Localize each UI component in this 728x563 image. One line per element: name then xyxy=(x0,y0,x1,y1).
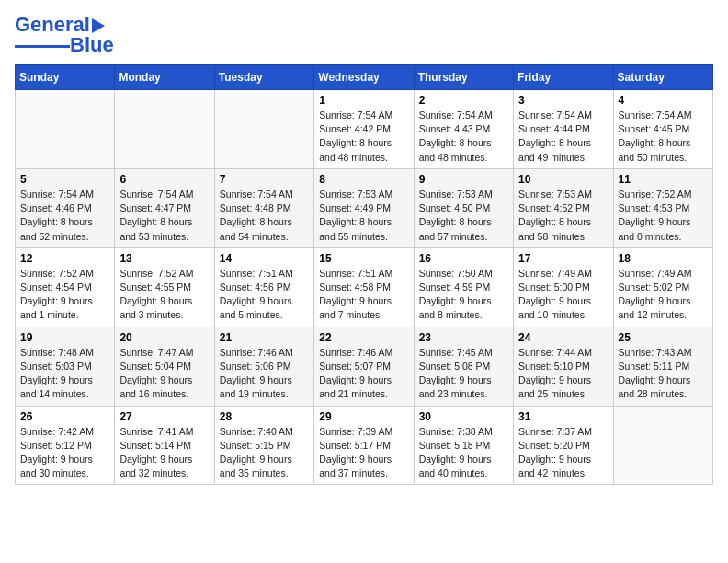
day-info: Sunrise: 7:52 AM Sunset: 4:54 PM Dayligh… xyxy=(20,267,109,323)
calendar-cell: 5Sunrise: 7:54 AM Sunset: 4:46 PM Daylig… xyxy=(16,168,115,247)
day-number: 4 xyxy=(619,94,708,107)
day-info: Sunrise: 7:39 AM Sunset: 5:17 PM Dayligh… xyxy=(319,425,408,481)
calendar-cell: 10Sunrise: 7:53 AM Sunset: 4:52 PM Dayli… xyxy=(514,168,613,247)
day-number: 30 xyxy=(419,410,508,423)
day-info: Sunrise: 7:54 AM Sunset: 4:47 PM Dayligh… xyxy=(119,188,209,244)
calendar-cell: 1Sunrise: 7:54 AM Sunset: 4:42 PM Daylig… xyxy=(314,90,414,169)
calendar-cell: 16Sunrise: 7:50 AM Sunset: 4:59 PM Dayli… xyxy=(414,247,513,327)
logo-text-blue: Blue xyxy=(70,35,114,55)
calendar-cell: 17Sunrise: 7:49 AM Sunset: 5:00 PM Dayli… xyxy=(514,247,613,327)
calendar-cell: 29Sunrise: 7:39 AM Sunset: 5:17 PM Dayli… xyxy=(314,406,414,485)
day-number: 16 xyxy=(419,252,508,265)
day-info: Sunrise: 7:54 AM Sunset: 4:43 PM Dayligh… xyxy=(419,109,508,165)
calendar-cell: 8Sunrise: 7:53 AM Sunset: 4:49 PM Daylig… xyxy=(314,168,414,247)
day-number: 22 xyxy=(319,331,408,344)
day-info: Sunrise: 7:44 AM Sunset: 5:10 PM Dayligh… xyxy=(518,346,608,402)
day-number: 12 xyxy=(20,252,109,265)
day-number: 5 xyxy=(20,173,109,186)
day-number: 29 xyxy=(319,410,408,423)
calendar-week-2: 5Sunrise: 7:54 AM Sunset: 4:46 PM Daylig… xyxy=(16,168,713,247)
calendar-table: SundayMondayTuesdayWednesdayThursdayFrid… xyxy=(15,64,713,485)
day-info: Sunrise: 7:46 AM Sunset: 5:06 PM Dayligh… xyxy=(220,346,309,402)
day-number: 20 xyxy=(119,331,209,344)
calendar-cell: 24Sunrise: 7:44 AM Sunset: 5:10 PM Dayli… xyxy=(514,327,613,406)
calendar-cell: 25Sunrise: 7:43 AM Sunset: 5:11 PM Dayli… xyxy=(613,327,712,406)
calendar-cell: 21Sunrise: 7:46 AM Sunset: 5:06 PM Dayli… xyxy=(214,327,313,406)
day-info: Sunrise: 7:49 AM Sunset: 5:00 PM Dayligh… xyxy=(518,267,608,323)
header-sunday: Sunday xyxy=(16,65,115,90)
day-info: Sunrise: 7:41 AM Sunset: 5:14 PM Dayligh… xyxy=(119,425,209,481)
logo: General Blue xyxy=(15,15,114,55)
day-info: Sunrise: 7:37 AM Sunset: 5:20 PM Dayligh… xyxy=(518,425,608,481)
day-info: Sunrise: 7:52 AM Sunset: 4:55 PM Dayligh… xyxy=(119,267,209,323)
day-number: 14 xyxy=(220,252,309,265)
day-number: 8 xyxy=(319,173,408,186)
calendar-cell: 11Sunrise: 7:52 AM Sunset: 4:53 PM Dayli… xyxy=(613,168,712,247)
calendar-cell: 22Sunrise: 7:46 AM Sunset: 5:07 PM Dayli… xyxy=(314,327,414,406)
day-number: 2 xyxy=(419,94,508,107)
day-number: 9 xyxy=(419,173,508,186)
calendar-cell xyxy=(115,90,214,169)
day-info: Sunrise: 7:47 AM Sunset: 5:04 PM Dayligh… xyxy=(119,346,209,402)
calendar-week-4: 19Sunrise: 7:48 AM Sunset: 5:03 PM Dayli… xyxy=(16,327,713,406)
day-number: 15 xyxy=(319,252,408,265)
day-info: Sunrise: 7:51 AM Sunset: 4:58 PM Dayligh… xyxy=(319,267,408,323)
day-info: Sunrise: 7:45 AM Sunset: 5:08 PM Dayligh… xyxy=(419,346,508,402)
day-number: 24 xyxy=(518,331,608,344)
day-number: 1 xyxy=(319,94,408,107)
calendar-cell: 9Sunrise: 7:53 AM Sunset: 4:50 PM Daylig… xyxy=(414,168,513,247)
day-info: Sunrise: 7:54 AM Sunset: 4:46 PM Dayligh… xyxy=(20,188,109,244)
header-wednesday: Wednesday xyxy=(314,65,414,90)
calendar-cell xyxy=(16,90,115,169)
day-info: Sunrise: 7:43 AM Sunset: 5:11 PM Dayligh… xyxy=(619,346,708,402)
day-number: 25 xyxy=(619,331,708,344)
calendar-cell: 6Sunrise: 7:54 AM Sunset: 4:47 PM Daylig… xyxy=(115,168,214,247)
day-info: Sunrise: 7:53 AM Sunset: 4:50 PM Dayligh… xyxy=(419,188,508,244)
day-info: Sunrise: 7:54 AM Sunset: 4:48 PM Dayligh… xyxy=(220,188,309,244)
calendar-cell: 31Sunrise: 7:37 AM Sunset: 5:20 PM Dayli… xyxy=(514,406,613,485)
day-info: Sunrise: 7:54 AM Sunset: 4:42 PM Dayligh… xyxy=(319,109,408,165)
calendar-cell: 30Sunrise: 7:38 AM Sunset: 5:18 PM Dayli… xyxy=(414,406,513,485)
day-info: Sunrise: 7:53 AM Sunset: 4:52 PM Dayligh… xyxy=(518,188,608,244)
calendar-cell: 18Sunrise: 7:49 AM Sunset: 5:02 PM Dayli… xyxy=(613,247,712,327)
calendar-week-1: 1Sunrise: 7:54 AM Sunset: 4:42 PM Daylig… xyxy=(16,90,713,169)
day-number: 18 xyxy=(619,252,708,265)
day-info: Sunrise: 7:38 AM Sunset: 5:18 PM Dayligh… xyxy=(419,425,508,481)
calendar-cell: 19Sunrise: 7:48 AM Sunset: 5:03 PM Dayli… xyxy=(16,327,115,406)
day-info: Sunrise: 7:54 AM Sunset: 4:45 PM Dayligh… xyxy=(619,109,708,165)
calendar-cell: 13Sunrise: 7:52 AM Sunset: 4:55 PM Dayli… xyxy=(115,247,214,327)
day-number: 19 xyxy=(20,331,109,344)
calendar-week-5: 26Sunrise: 7:42 AM Sunset: 5:12 PM Dayli… xyxy=(16,406,713,485)
day-info: Sunrise: 7:50 AM Sunset: 4:59 PM Dayligh… xyxy=(419,267,508,323)
day-number: 28 xyxy=(220,410,309,423)
calendar-cell: 7Sunrise: 7:54 AM Sunset: 4:48 PM Daylig… xyxy=(214,168,313,247)
day-number: 17 xyxy=(518,252,608,265)
day-info: Sunrise: 7:53 AM Sunset: 4:49 PM Dayligh… xyxy=(319,188,408,244)
header-monday: Monday xyxy=(115,65,214,90)
calendar-cell: 12Sunrise: 7:52 AM Sunset: 4:54 PM Dayli… xyxy=(16,247,115,327)
logo-text: General xyxy=(15,15,105,35)
calendar-cell xyxy=(214,90,313,169)
day-number: 6 xyxy=(119,173,209,186)
calendar-cell: 4Sunrise: 7:54 AM Sunset: 4:45 PM Daylig… xyxy=(613,90,712,169)
calendar-cell xyxy=(613,406,712,485)
calendar-cell: 14Sunrise: 7:51 AM Sunset: 4:56 PM Dayli… xyxy=(214,247,313,327)
day-number: 31 xyxy=(518,410,608,423)
calendar-cell: 23Sunrise: 7:45 AM Sunset: 5:08 PM Dayli… xyxy=(414,327,513,406)
calendar-cell: 26Sunrise: 7:42 AM Sunset: 5:12 PM Dayli… xyxy=(16,406,115,485)
day-info: Sunrise: 7:42 AM Sunset: 5:12 PM Dayligh… xyxy=(20,425,109,481)
day-info: Sunrise: 7:52 AM Sunset: 4:53 PM Dayligh… xyxy=(619,188,708,244)
calendar-cell: 2Sunrise: 7:54 AM Sunset: 4:43 PM Daylig… xyxy=(414,90,513,169)
day-info: Sunrise: 7:49 AM Sunset: 5:02 PM Dayligh… xyxy=(619,267,708,323)
day-number: 13 xyxy=(119,252,209,265)
header-tuesday: Tuesday xyxy=(214,65,313,90)
day-number: 3 xyxy=(518,94,608,107)
calendar-cell: 20Sunrise: 7:47 AM Sunset: 5:04 PM Dayli… xyxy=(115,327,214,406)
day-number: 26 xyxy=(20,410,109,423)
calendar-header-row: SundayMondayTuesdayWednesdayThursdayFrid… xyxy=(16,65,713,90)
header-saturday: Saturday xyxy=(613,65,712,90)
day-info: Sunrise: 7:48 AM Sunset: 5:03 PM Dayligh… xyxy=(20,346,109,402)
day-info: Sunrise: 7:51 AM Sunset: 4:56 PM Dayligh… xyxy=(220,267,309,323)
day-number: 23 xyxy=(419,331,508,344)
calendar-cell: 15Sunrise: 7:51 AM Sunset: 4:58 PM Dayli… xyxy=(314,247,414,327)
